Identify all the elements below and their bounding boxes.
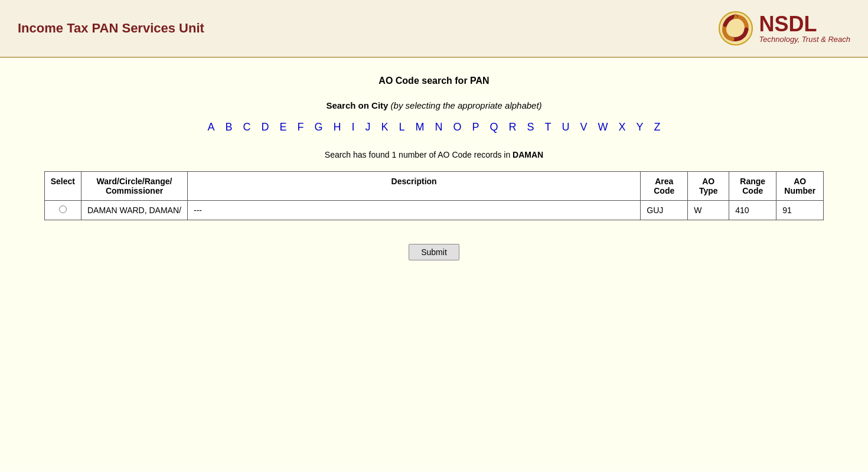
col-header-select: Select xyxy=(44,172,81,201)
alphabet-link-q[interactable]: Q xyxy=(490,121,498,133)
alphabet-nav: ABCDEFGHIJKLMNOPQRSTUVWXYZ xyxy=(24,121,844,133)
alphabet-link-w[interactable]: W xyxy=(598,121,608,133)
alphabet-link-v[interactable]: V xyxy=(580,121,588,133)
alphabet-link-l[interactable]: L xyxy=(399,121,404,133)
nsdl-logo-icon xyxy=(718,11,753,46)
cell-ao-type: W xyxy=(688,201,729,220)
logo-area: NSDL Technology, Trust & Reach xyxy=(718,11,850,46)
result-city: DAMAN xyxy=(513,150,543,159)
alphabet-link-z[interactable]: Z xyxy=(654,121,661,133)
row-select-radio[interactable] xyxy=(59,205,67,213)
alphabet-link-p[interactable]: P xyxy=(472,121,479,133)
col-header-ward: Ward/Circle/Range/Commissioner xyxy=(81,172,188,201)
alphabet-link-n[interactable]: N xyxy=(435,121,443,133)
table-header: Select Ward/Circle/Range/Commissioner De… xyxy=(44,172,824,201)
alphabet-link-s[interactable]: S xyxy=(527,121,534,133)
alphabet-link-x[interactable]: X xyxy=(619,121,626,133)
page-heading: AO Code search for PAN xyxy=(24,76,844,86)
nsdl-tagline: Technology, Trust & Reach xyxy=(759,35,850,44)
alphabet-link-c[interactable]: C xyxy=(243,121,250,133)
search-label: Search on City (by selecting the appropr… xyxy=(24,100,844,110)
col-header-range-code: RangeCode xyxy=(729,172,776,201)
submit-area: Submit xyxy=(24,244,844,260)
logo-text: NSDL Technology, Trust & Reach xyxy=(759,14,850,44)
cell-ao-number: 91 xyxy=(776,201,824,220)
search-label-italic: (by selecting the appropriate alphabet) xyxy=(391,100,542,110)
result-summary-prefix: Search has found 1 number of AO Code rec… xyxy=(325,150,513,159)
alphabet-link-j[interactable]: J xyxy=(365,121,370,133)
page-title: Income Tax PAN Services Unit xyxy=(18,21,204,36)
alphabet-link-h[interactable]: H xyxy=(333,121,341,133)
alphabet-link-y[interactable]: Y xyxy=(637,121,644,133)
alphabet-link-t[interactable]: T xyxy=(545,121,552,133)
alphabet-link-o[interactable]: O xyxy=(453,121,462,133)
cell-select xyxy=(44,201,81,220)
alphabet-link-u[interactable]: U xyxy=(562,121,570,133)
cell-ward: DAMAN WARD, DAMAN/ xyxy=(81,201,188,220)
page-header: Income Tax PAN Services Unit NSDL Techno… xyxy=(0,0,868,58)
col-header-area-code: AreaCode xyxy=(641,172,688,201)
result-summary: Search has found 1 number of AO Code rec… xyxy=(24,150,844,159)
alphabet-link-b[interactable]: B xyxy=(225,121,232,133)
main-content: AO Code search for PAN Search on City (b… xyxy=(0,58,868,472)
col-header-ao-type: AOType xyxy=(688,172,729,201)
alphabet-link-d[interactable]: D xyxy=(261,121,269,133)
cell-description: --- xyxy=(188,201,641,220)
alphabet-link-e[interactable]: E xyxy=(279,121,286,133)
alphabet-link-f[interactable]: F xyxy=(297,121,304,133)
alphabet-link-r[interactable]: R xyxy=(509,121,517,133)
alphabet-link-i[interactable]: I xyxy=(351,121,354,133)
col-header-ao-number: AONumber xyxy=(776,172,824,201)
cell-range-code: 410 xyxy=(729,201,776,220)
nsdl-brand-name: NSDL xyxy=(759,14,817,35)
results-table: Select Ward/Circle/Range/Commissioner De… xyxy=(44,171,824,220)
table-body: DAMAN WARD, DAMAN/---GUJW41091 xyxy=(44,201,824,220)
alphabet-link-a[interactable]: A xyxy=(207,121,214,133)
submit-button[interactable]: Submit xyxy=(409,244,459,260)
col-header-description: Description xyxy=(188,172,641,201)
table-row: DAMAN WARD, DAMAN/---GUJW41091 xyxy=(44,201,824,220)
alphabet-link-m[interactable]: M xyxy=(416,121,425,133)
alphabet-link-g[interactable]: G xyxy=(314,121,322,133)
alphabet-link-k[interactable]: K xyxy=(381,121,388,133)
cell-area-code: GUJ xyxy=(641,201,688,220)
search-label-bold: Search on City xyxy=(326,100,388,110)
